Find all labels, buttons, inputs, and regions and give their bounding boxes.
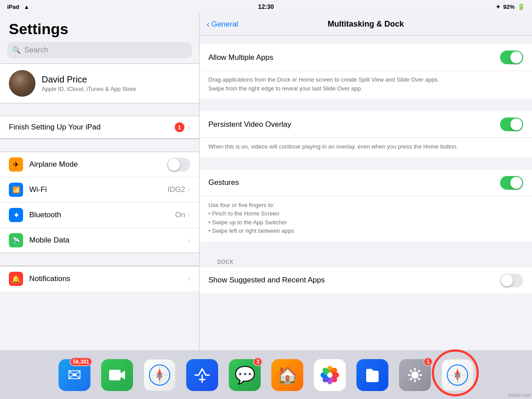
dock-app-settings[interactable]: 1 (397, 357, 433, 393)
airplane-label: Airplane Mode (29, 160, 167, 169)
setting-row-airplane[interactable]: ✈ Airplane Mode (0, 152, 199, 177)
setting-row-bluetooth[interactable]: ✦ Bluetooth On › (0, 203, 199, 228)
show-suggested-section: Show Suggested and Recent Apps (200, 267, 532, 293)
status-ipad-label: iPad (7, 4, 19, 10)
safari-nav-svg (149, 364, 171, 386)
wifi-chevron: › (188, 186, 190, 194)
setting-row-mobiledata[interactable]: 📡 Mobile Data › (0, 228, 199, 253)
facetime-svg (108, 366, 126, 384)
safari-icon (442, 359, 473, 391)
dock-app-safari[interactable] (440, 357, 475, 393)
show-suggested-toggle[interactable] (500, 274, 523, 287)
dock-app-home[interactable]: 🏠 (270, 357, 305, 393)
finish-setup-label: Finish Setting Up Your iPad (9, 123, 175, 132)
notifications-label: Notifications (29, 274, 188, 283)
gestures-row[interactable]: Gestures (200, 170, 532, 196)
svg-rect-0 (109, 370, 121, 380)
allow-multiple-apps-toggle[interactable] (500, 51, 523, 64)
photos-svg (319, 364, 341, 386)
allow-multiple-apps-section: Allow Multiple Apps Drag applications fr… (200, 44, 532, 99)
allow-multiple-apps-desc: Drag applications from the Dock or Home … (200, 71, 532, 99)
gestures-desc: Use four or five fingers to: • Pinch to … (200, 196, 532, 242)
show-suggested-row[interactable]: Show Suggested and Recent Apps (200, 267, 532, 293)
search-icon: 🔍 (12, 46, 21, 54)
files-svg (364, 366, 381, 384)
persistent-video-toggle[interactable] (500, 117, 523, 131)
allow-multiple-apps-row[interactable]: Allow Multiple Apps (200, 44, 532, 71)
dock-app-safari-nav[interactable] (142, 357, 177, 393)
dock-section-header-container: DOCK (200, 254, 532, 267)
settings-app-icon: 1 (399, 359, 431, 391)
safari-nav-icon (144, 359, 176, 391)
appstore-icon (186, 359, 218, 391)
left-panel: Settings 🔍 Search David Price Apple ID, … (0, 13, 200, 399)
allow-multiple-apps-label: Allow Multiple Apps (208, 53, 500, 62)
bluetooth-icon: ✦ (496, 4, 501, 10)
dock-app-appstore[interactable] (184, 357, 220, 393)
bluetooth-setting-icon: ✦ (9, 208, 23, 222)
safari-svg (446, 364, 469, 386)
dock-app-messages[interactable]: 💬 3 (227, 357, 262, 393)
settings-group: ✈ Airplane Mode 📶 Wi-Fi IDG2 › ✦ Bluetoo… (0, 152, 199, 253)
watermark: wsxdn.com (509, 393, 531, 398)
profile-name: David Price (42, 74, 136, 85)
setting-row-wifi[interactable]: 📶 Wi-Fi IDG2 › (0, 177, 199, 203)
airplane-icon: ✈ (9, 157, 23, 172)
avatar-image (9, 70, 35, 97)
dock-app-photos[interactable] (312, 357, 348, 393)
messages-icon: 💬 3 (229, 359, 261, 391)
right-panel: ‹ General Multitasking & Dock Allow Mult… (200, 13, 532, 399)
dock: ✉ 56,381 (0, 350, 532, 399)
persistent-video-label: Persistent Video Overlay (208, 120, 500, 129)
content-area: Allow Multiple Apps Drag applications fr… (200, 35, 532, 399)
appstore-svg (193, 366, 211, 384)
dock-app-mail[interactable]: ✉ 56,381 (57, 357, 92, 393)
facetime-icon (101, 359, 133, 391)
svg-line-24 (410, 378, 412, 380)
finish-setup-badge: 1 (175, 122, 184, 132)
wifi-label: Wi-Fi (29, 185, 168, 194)
photos-icon (314, 359, 346, 391)
dock-app-facetime[interactable] (99, 357, 135, 393)
status-left: iPad ▲ (7, 4, 29, 10)
chevron-icon: › (188, 123, 190, 131)
wifi-value: IDG2 (168, 185, 185, 194)
battery-level: 92% (503, 4, 515, 10)
nav-back-label: General (211, 20, 238, 29)
wifi-icon: ▲ (23, 4, 29, 10)
svg-line-21 (410, 370, 412, 372)
finish-setup-row[interactable]: Finish Setting Up Your iPad 1 › (0, 116, 199, 139)
profile-subtitle: Apple ID, iCloud, iTunes & App Store (42, 86, 136, 92)
persistent-video-section: Persistent Video Overlay When this is on… (200, 111, 532, 157)
notifications-chevron: › (188, 275, 190, 283)
mail-badge: 56,381 (70, 357, 92, 366)
toggle-thumb (510, 118, 522, 130)
profile-info: David Price Apple ID, iCloud, iTunes & A… (42, 74, 136, 92)
gestures-section: Gestures Use four or five fingers to: • … (200, 170, 532, 242)
bluetooth-label: Bluetooth (29, 211, 175, 219)
notifications-icon: 🔔 (9, 272, 23, 286)
persistent-video-desc: When this is on, videos will continue pl… (200, 138, 532, 157)
toggle-thumb (501, 274, 513, 286)
search-placeholder: Search (24, 46, 48, 55)
wifi-setting-icon: 📶 (9, 183, 23, 197)
gestures-label: Gestures (208, 178, 500, 187)
messages-badge: 3 (253, 357, 262, 366)
bluetooth-value: On (175, 211, 185, 219)
avatar (9, 70, 35, 97)
svg-point-16 (411, 372, 419, 379)
persistent-video-row[interactable]: Persistent Video Overlay (200, 111, 532, 138)
main-layout: Settings 🔍 Search David Price Apple ID, … (0, 13, 532, 399)
airplane-toggle[interactable] (167, 158, 190, 172)
profile-row[interactable]: David Price Apple ID, iCloud, iTunes & A… (0, 64, 199, 103)
search-bar[interactable]: 🔍 Search (7, 42, 192, 58)
svg-marker-1 (121, 371, 125, 379)
nav-title: Multitasking & Dock (328, 20, 404, 29)
gestures-toggle[interactable] (500, 176, 523, 190)
dock-app-files[interactable] (355, 357, 390, 393)
gear-svg (406, 366, 424, 384)
nav-back-button[interactable]: ‹ General (207, 19, 238, 29)
settings-badge: 1 (423, 357, 433, 366)
notifications-partial-row[interactable]: 🔔 Notifications › (0, 266, 199, 291)
dock-section-header: DOCK (208, 255, 243, 267)
